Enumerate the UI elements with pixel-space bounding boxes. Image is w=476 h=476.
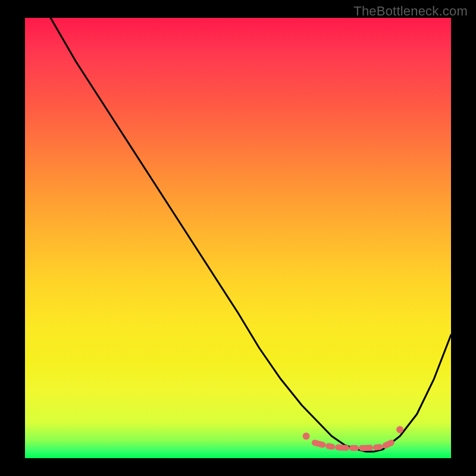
valley-highlight-markers	[303, 426, 403, 448]
chart-svg	[25, 18, 451, 458]
valley-highlight-dot	[303, 433, 310, 440]
valley-highlight-dot	[396, 426, 403, 433]
bottleneck-curve	[51, 18, 451, 452]
valley-highlight-path	[315, 443, 392, 448]
watermark-text: TheBottleneck.com	[353, 4, 468, 19]
bottleneck-curve-path	[51, 18, 451, 452]
chart-plot-area	[25, 18, 451, 458]
